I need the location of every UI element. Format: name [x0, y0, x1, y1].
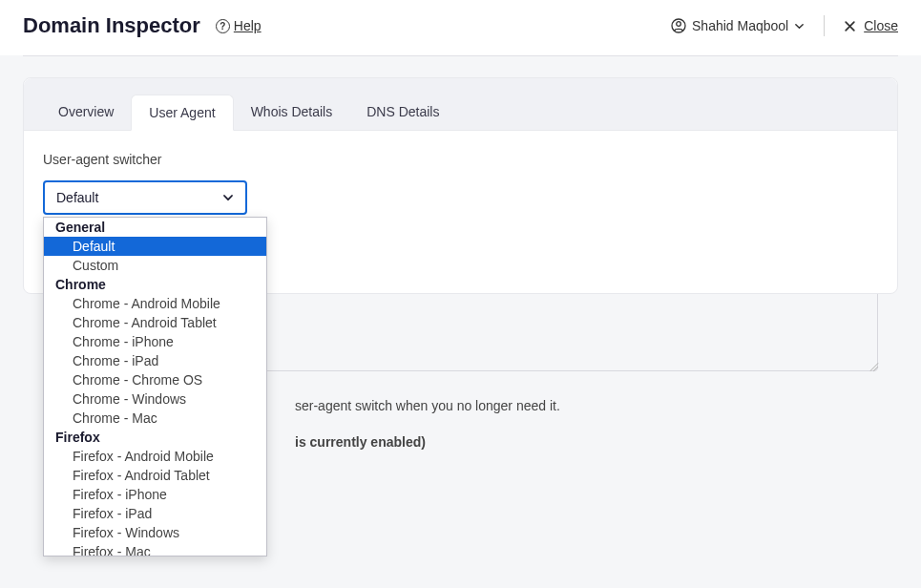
tabs: Overview User Agent Whois Details DNS De…	[24, 78, 897, 131]
hint-text-disable: ser-agent switch when you no longer need…	[295, 398, 560, 413]
close-icon	[844, 20, 856, 32]
divider	[824, 15, 825, 36]
dd-item-firefox-ipad[interactable]: Firefox - iPad	[44, 504, 266, 523]
dd-item-chrome-android-tablet[interactable]: Chrome - Android Tablet	[44, 313, 266, 332]
header: Domain Inspector ? Help Shahid Maqbool	[0, 0, 921, 55]
chevron-down-icon	[794, 21, 805, 32]
close-button[interactable]: Close	[844, 18, 898, 33]
close-label: Close	[864, 18, 898, 33]
content: User-agent switcher Default General Defa…	[24, 131, 897, 236]
dd-item-chrome-windows[interactable]: Chrome - Windows	[44, 389, 266, 409]
ua-select-wrapper: Default General Default Custom Chrome Ch…	[43, 180, 247, 215]
user-name: Shahid Maqbool	[692, 18, 788, 33]
dd-item-firefox-mac[interactable]: Firefox - Mac	[44, 542, 266, 556]
main-panel: Overview User Agent Whois Details DNS De…	[23, 77, 898, 294]
help-link[interactable]: ? Help	[216, 18, 262, 33]
dd-item-chrome-iphone[interactable]: Chrome - iPhone	[44, 332, 266, 351]
dd-item-chrome-ipad[interactable]: Chrome - iPad	[44, 351, 266, 370]
dd-item-firefox-windows[interactable]: Firefox - Windows	[44, 523, 266, 542]
ua-switcher-label: User-agent switcher	[43, 152, 878, 167]
tab-overview[interactable]: Overview	[41, 94, 131, 131]
help-label: Help	[234, 18, 262, 33]
svg-point-1	[677, 22, 681, 27]
dd-group-chrome: Chrome	[44, 275, 266, 294]
tab-user-agent[interactable]: User Agent	[131, 94, 233, 131]
dd-item-chrome-android-mobile[interactable]: Chrome - Android Mobile	[44, 294, 266, 313]
dd-item-firefox-android-tablet[interactable]: Firefox - Android Tablet	[44, 466, 266, 485]
dd-group-firefox: Firefox	[44, 428, 266, 447]
header-right: Shahid Maqbool Close	[671, 15, 898, 36]
dd-group-general: General	[44, 218, 266, 237]
textarea-resize-handle[interactable]	[865, 358, 878, 371]
tab-whois-details[interactable]: Whois Details	[234, 94, 350, 131]
page-title: Domain Inspector	[23, 13, 200, 38]
tab-dns-details[interactable]: DNS Details	[349, 94, 456, 131]
user-icon	[671, 18, 686, 33]
header-left: Domain Inspector ? Help	[23, 13, 262, 38]
dd-item-firefox-android-mobile[interactable]: Firefox - Android Mobile	[44, 447, 266, 466]
dd-item-default[interactable]: Default	[44, 237, 266, 256]
chevron-down-icon	[222, 192, 234, 203]
ua-select[interactable]: Default	[43, 180, 247, 215]
dd-item-firefox-iphone[interactable]: Firefox - iPhone	[44, 485, 266, 504]
help-icon: ?	[216, 19, 230, 33]
ua-select-value: Default	[56, 190, 98, 205]
header-divider	[23, 55, 898, 56]
dd-item-chrome-mac[interactable]: Chrome - Mac	[44, 409, 266, 428]
dd-item-custom[interactable]: Custom	[44, 256, 266, 275]
ua-dropdown[interactable]: General Default Custom Chrome Chrome - A…	[43, 217, 267, 556]
hint-text-enabled: is currently enabled)	[295, 434, 426, 450]
dd-item-chrome-chromeos[interactable]: Chrome - Chrome OS	[44, 370, 266, 389]
user-menu[interactable]: Shahid Maqbool	[671, 18, 805, 33]
